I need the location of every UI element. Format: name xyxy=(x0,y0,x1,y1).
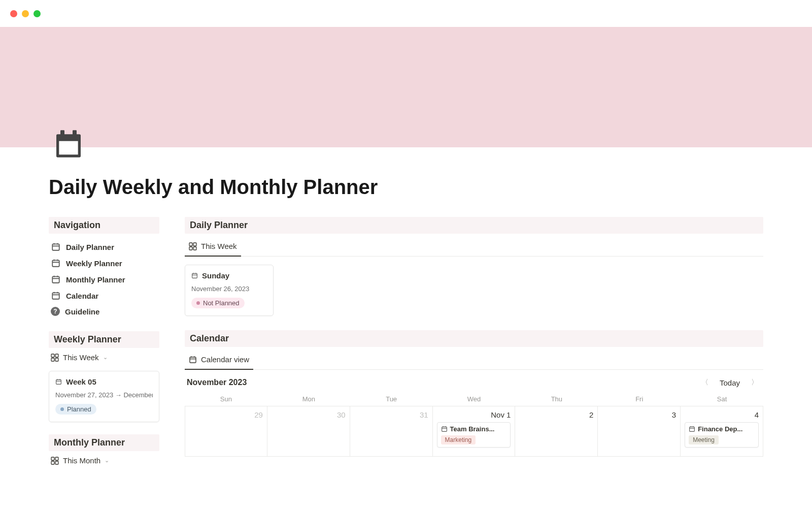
calendar-day-number: 30 xyxy=(272,410,346,419)
svg-rect-20 xyxy=(51,354,54,357)
nav-item-label: Calendar xyxy=(66,292,98,300)
window-minimize-button[interactable] xyxy=(22,10,29,17)
calendar-icon xyxy=(51,291,61,301)
event-tag: Marketing xyxy=(441,435,476,444)
svg-rect-40 xyxy=(190,357,196,363)
weekly-card[interactable]: Week 05 November 27, 2023 → December 3, … xyxy=(49,371,159,422)
nav-item-label: Monthly Planner xyxy=(66,275,125,284)
calendar-dayhead: Thu xyxy=(515,392,598,406)
daily-card-date: November 26, 2023 xyxy=(191,285,267,293)
daily-card-tag: Not Planned xyxy=(191,298,245,308)
calendar-cell[interactable]: 3 xyxy=(598,406,681,457)
weekly-view-label: This Week xyxy=(63,353,99,362)
nav-item-guideline[interactable]: ?Guideline xyxy=(49,304,159,319)
calendar-prev-button[interactable]: 〈 xyxy=(698,377,712,388)
window-maximize-button[interactable] xyxy=(33,10,41,17)
board-icon xyxy=(189,242,197,250)
calendar-event[interactable]: Finance Dep...Meeting xyxy=(685,422,759,448)
event-title: Team Brains... xyxy=(450,425,495,433)
svg-rect-33 xyxy=(193,243,196,246)
weekly-card-title: Week 05 xyxy=(66,377,96,386)
svg-rect-16 xyxy=(52,293,59,299)
daily-card-title: Sunday xyxy=(202,271,229,280)
calendar-cell[interactable]: 4Finance Dep...Meeting xyxy=(681,406,763,457)
daily-tab-label: This Week xyxy=(201,242,237,250)
svg-rect-29 xyxy=(55,457,58,460)
nav-item-calendar[interactable]: Calendar xyxy=(49,288,159,304)
calendar-dayhead: Sun xyxy=(185,392,267,406)
monthly-view-label: This Month xyxy=(63,456,100,465)
svg-rect-30 xyxy=(51,461,54,464)
nav-item-daily-planner[interactable]: Daily Planner xyxy=(49,239,159,255)
svg-rect-28 xyxy=(51,457,54,460)
calendar-dayhead: Sat xyxy=(681,392,763,406)
chevron-down-icon: ⌄ xyxy=(105,457,109,464)
chevron-down-icon: ⌄ xyxy=(103,354,108,361)
calendar-cell[interactable]: 31 xyxy=(350,406,433,457)
svg-rect-35 xyxy=(193,247,196,250)
event-tag: Meeting xyxy=(689,435,719,444)
calendar-dayhead: Wed xyxy=(433,392,516,406)
calendar-day-number: 29 xyxy=(189,410,263,419)
calendar-icon xyxy=(189,356,197,364)
calendar-icon xyxy=(51,242,61,252)
svg-rect-8 xyxy=(52,260,59,266)
calendar-header: Calendar xyxy=(185,330,763,347)
calendar-icon xyxy=(51,258,61,268)
calendar-next-button[interactable]: 〉 xyxy=(748,377,761,388)
calendar-tab-view[interactable]: Calendar view xyxy=(185,350,253,370)
calendar-today-button[interactable]: Today xyxy=(720,378,740,387)
weekly-view-selector[interactable]: This Week ⌄ xyxy=(49,348,159,366)
calendar-day-number: 31 xyxy=(354,410,428,419)
window-close-button[interactable] xyxy=(10,10,17,17)
calendar-cell[interactable]: 2 xyxy=(515,406,598,457)
svg-rect-4 xyxy=(52,244,59,250)
calendar-day-number: 3 xyxy=(602,410,676,419)
help-icon: ? xyxy=(51,307,60,316)
calendar-day-number: 4 xyxy=(685,410,759,419)
svg-rect-31 xyxy=(55,461,58,464)
svg-rect-44 xyxy=(442,427,447,431)
calendar-dayhead: Tue xyxy=(350,392,433,406)
calendar-day-number: 2 xyxy=(519,410,593,419)
daily-tab-this-week[interactable]: This Week xyxy=(185,237,241,257)
svg-rect-1 xyxy=(60,130,64,137)
nav-item-weekly-planner[interactable]: Weekly Planner xyxy=(49,255,159,271)
event-title: Finance Dep... xyxy=(698,425,742,433)
monthly-view-selector[interactable]: This Month ⌄ xyxy=(49,451,159,469)
svg-rect-23 xyxy=(55,358,58,361)
calendar-icon xyxy=(191,272,198,279)
nav-item-label: Daily Planner xyxy=(66,243,114,251)
calendar-icon xyxy=(51,274,61,284)
monthly-header: Monthly Planner xyxy=(49,434,159,451)
calendar-month-label: November 2023 xyxy=(187,378,247,387)
page-title: Daily Weekly and Monthly Planner xyxy=(49,176,812,199)
svg-rect-22 xyxy=(51,358,54,361)
page-icon[interactable] xyxy=(51,126,86,162)
daily-card[interactable]: Sunday November 26, 2023 Not Planned xyxy=(185,265,274,316)
svg-rect-34 xyxy=(189,247,192,250)
weekly-header: Weekly Planner xyxy=(49,331,159,348)
svg-rect-36 xyxy=(192,273,197,278)
calendar-icon xyxy=(55,378,62,385)
calendar-dayhead: Fri xyxy=(598,392,681,406)
calendar-cell[interactable]: Nov 1Team Brains...Marketing xyxy=(433,406,516,457)
svg-rect-12 xyxy=(52,276,59,282)
board-icon xyxy=(51,354,59,362)
svg-rect-32 xyxy=(189,243,192,246)
board-icon xyxy=(51,457,59,465)
svg-rect-48 xyxy=(690,427,695,431)
svg-rect-21 xyxy=(55,354,58,357)
window-titlebar xyxy=(0,0,812,27)
weekly-card-tag: Planned xyxy=(55,404,96,415)
svg-rect-3 xyxy=(59,141,78,155)
nav-item-label: Guideline xyxy=(65,307,99,316)
calendar-cell[interactable]: 30 xyxy=(267,406,350,457)
calendar-cell[interactable]: 29 xyxy=(185,406,267,457)
nav-item-label: Weekly Planner xyxy=(66,259,122,268)
nav-item-monthly-planner[interactable]: Monthly Planner xyxy=(49,271,159,288)
svg-rect-2 xyxy=(73,130,77,137)
calendar-event[interactable]: Team Brains...Marketing xyxy=(437,422,511,448)
weekly-card-date: November 27, 2023 → December 3, 2 xyxy=(55,391,153,399)
svg-rect-24 xyxy=(56,379,61,384)
